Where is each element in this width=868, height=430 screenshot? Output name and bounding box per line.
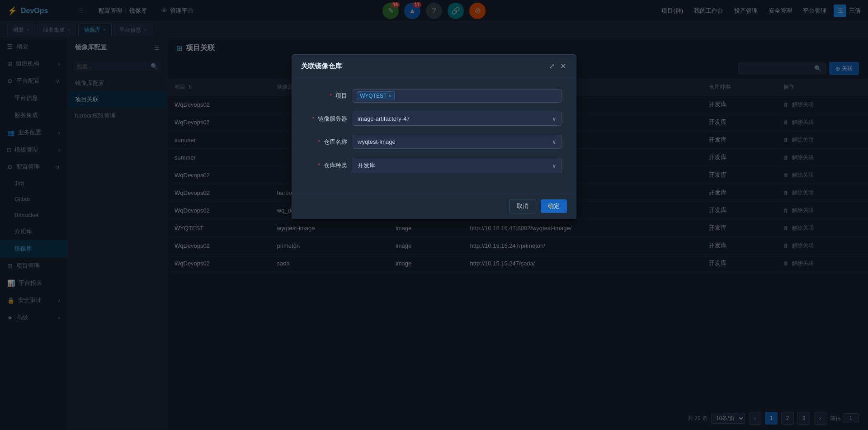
modal-expand-button[interactable]: ⤢ bbox=[548, 61, 556, 71]
modal-close-button[interactable]: ✕ bbox=[559, 61, 567, 71]
type-value: 开发库 bbox=[358, 161, 375, 170]
modal: 关联镜像仓库 ⤢ ✕ * 项目 WYQTEST × bbox=[292, 54, 576, 219]
project-tag: WYQTEST × bbox=[357, 91, 395, 100]
form-row-repo: * 仓库名称 wyqtest-image ∨ bbox=[307, 135, 561, 149]
confirm-button[interactable]: 确定 bbox=[541, 199, 567, 213]
modal-actions: ⤢ ✕ bbox=[548, 61, 567, 71]
server-label: * 镜像服务器 bbox=[307, 115, 347, 123]
repo-label: * 仓库名称 bbox=[307, 138, 347, 146]
server-value: image-artifactory-47 bbox=[358, 115, 410, 122]
modal-overlay: 关联镜像仓库 ⤢ ✕ * 项目 WYQTEST × bbox=[0, 0, 868, 430]
modal-footer: 取消 确定 bbox=[292, 193, 576, 219]
project-label: * 项目 bbox=[307, 92, 347, 100]
project-tag-label: WYQTEST bbox=[360, 93, 387, 99]
type-select[interactable]: 开发库 ∨ bbox=[353, 158, 561, 173]
form-row-server: * 镜像服务器 image-artifactory-47 ∨ bbox=[307, 112, 561, 126]
project-tag-input[interactable]: WYQTEST × bbox=[353, 89, 561, 103]
type-chevron-icon: ∨ bbox=[552, 162, 557, 169]
repo-value: wyqtest-image bbox=[358, 138, 396, 145]
server-select[interactable]: image-artifactory-47 ∨ bbox=[353, 112, 561, 126]
repo-chevron-icon: ∨ bbox=[552, 138, 557, 145]
repo-select[interactable]: wyqtest-image ∨ bbox=[353, 135, 561, 149]
modal-body: * 项目 WYQTEST × * 镜像服务器 image-artifactor bbox=[292, 78, 576, 193]
tag-remove-icon[interactable]: × bbox=[388, 93, 391, 99]
cancel-button[interactable]: 取消 bbox=[509, 199, 536, 213]
form-row-type: * 仓库种类 开发库 ∨ bbox=[307, 158, 561, 173]
modal-title: 关联镜像仓库 bbox=[301, 62, 342, 71]
form-row-project: * 项目 WYQTEST × bbox=[307, 89, 561, 103]
server-chevron-icon: ∨ bbox=[552, 115, 557, 122]
modal-header: 关联镜像仓库 ⤢ ✕ bbox=[292, 55, 576, 78]
type-label: * 仓库种类 bbox=[307, 161, 347, 170]
